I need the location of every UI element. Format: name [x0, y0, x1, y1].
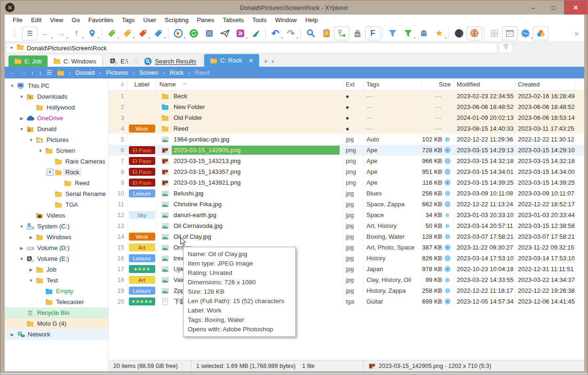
layout-grid-button[interactable]	[486, 26, 502, 40]
package-button[interactable]	[201, 26, 217, 40]
tag-red-button[interactable]: ▾	[135, 26, 151, 40]
expander-chevron-right-icon[interactable]: ▶	[18, 116, 25, 121]
name-cell[interactable]: Beck	[157, 91, 343, 102]
redo-dropdown-caret[interactable]: ▾	[296, 36, 298, 39]
file-row-3[interactable]: 3Old Folder◆------2024-01-09 20:02:13202…	[109, 112, 584, 123]
undo-dropdown-caret[interactable]: ▾	[281, 36, 283, 39]
file-row-9[interactable]: 9El Paso2023-03-15_143921.pngpngApe1,116…	[109, 177, 584, 188]
crumb-forward-icon[interactable]: →	[20, 69, 26, 76]
tab-e-job[interactable]: E: Job	[8, 55, 48, 67]
filter-green-button[interactable]: ▾	[400, 26, 416, 40]
tree-item-reed[interactable]: Reed	[5, 178, 108, 188]
menu-window[interactable]: Window	[271, 16, 301, 24]
location-pin-dropdown-caret[interactable]: ▾	[97, 36, 99, 39]
new-tab-button[interactable]: +	[259, 57, 272, 67]
tab-list-caret[interactable]: ▾	[271, 59, 274, 67]
crumb-segment-screen[interactable]: Screen	[139, 69, 159, 76]
expander-chevron-right-icon[interactable]: ▶	[27, 267, 35, 272]
badge-button[interactable]: ▾	[517, 26, 533, 40]
main-menu-button[interactable]: ☰	[22, 26, 38, 40]
name-cell[interactable]: Oil Cernavoda.jpg	[157, 220, 343, 231]
menu-favorites[interactable]: Favorites	[84, 16, 118, 24]
name-cell[interactable]: Reed	[157, 123, 343, 134]
crumb-up-icon[interactable]: ↑	[31, 69, 34, 76]
tree-item-empty[interactable]: Empty	[5, 286, 108, 297]
name-cell[interactable]: Christine Frka.jpg	[157, 199, 343, 210]
forward-dropdown-caret[interactable]: ▾	[66, 36, 68, 39]
tab-search-results[interactable]: Search Results	[138, 55, 202, 67]
color-circles-button[interactable]	[533, 26, 548, 40]
expander-chevron-down-icon[interactable]: ▼	[18, 94, 25, 99]
tree-item-job[interactable]: ▶Job	[5, 264, 108, 275]
redo-button[interactable]: ↷▾	[283, 26, 299, 40]
crumb-back-icon[interactable]: ←	[9, 69, 16, 76]
name-cell[interactable]: 2023-03-15_143357.png	[157, 166, 343, 177]
filter-green-dropdown-caret[interactable]: ▾	[413, 36, 415, 39]
sync-button[interactable]	[186, 26, 201, 40]
tree-view-button[interactable]	[334, 26, 350, 40]
tab-close-icon[interactable]: ✕	[249, 57, 254, 64]
tag-red-dropdown-caret[interactable]: ▾	[148, 36, 150, 39]
undo-button[interactable]: ↶▾	[268, 26, 283, 40]
filter-box[interactable]	[499, 43, 512, 53]
back-button[interactable]: ←▾	[38, 26, 53, 40]
tag-blue-button[interactable]: ▾	[151, 26, 166, 40]
file-row-11[interactable]: 11Christine Frka.jpgjpgSpace, Zappa662 K…	[109, 199, 584, 210]
toolbar-overflow-chevron[interactable]: »	[575, 29, 582, 37]
file-row-5[interactable]: 51964-pontiac-gto.jpgjpgAuto102 KB2022-1…	[109, 134, 584, 145]
crumb-segment-ghost[interactable]: Reed	[195, 69, 209, 76]
name-cell[interactable]: 2023-03-15_143213.png	[157, 156, 343, 166]
tree-item-moto-g-4-[interactable]: Moto G (4)	[5, 318, 108, 329]
tree-item-donald[interactable]: ▼Donald	[5, 124, 108, 134]
expander-chevron-down-icon[interactable]: ▼	[27, 278, 35, 283]
menu-help[interactable]: Help	[301, 16, 322, 24]
up-button[interactable]: ↑▾	[69, 26, 84, 40]
grip-button[interactable]	[7, 26, 22, 40]
expander-chevron-down-icon[interactable]: ▼	[37, 148, 44, 153]
file-row-4[interactable]: 4WorkReed◆------2023-08-15 14:40:332023-…	[109, 123, 584, 134]
refresh-button[interactable]: ▾	[170, 26, 186, 40]
menu-panes[interactable]: Panes	[193, 16, 219, 24]
basketball-button[interactable]	[467, 26, 482, 40]
tree-item-downloads[interactable]: ▼Downloads	[5, 91, 108, 102]
name-cell[interactable]: 1964-pontiac-gto.jpg	[157, 134, 343, 145]
name-cell[interactable]: 2023-03-15_143921.png	[157, 177, 343, 188]
tree-item-pictures[interactable]: ▼Pictures	[5, 134, 108, 145]
tree-item-hollywood[interactable]: Hollywood	[5, 102, 108, 113]
details-view-button[interactable]	[502, 26, 517, 40]
tree-item-onedrive[interactable]: ▶OneDrive	[5, 113, 108, 124]
menu-user[interactable]: User	[139, 16, 160, 24]
crumb-folder-icon[interactable]	[57, 70, 64, 76]
menu-tabsets[interactable]: Tabsets	[219, 16, 248, 24]
tree-item-volume-d-[interactable]: ▶Volume (D:)	[5, 242, 108, 253]
tree-item-serial-rename[interactable]: Serial Rename	[5, 188, 108, 199]
tree-item-this-pc[interactable]: ▼This PC	[5, 80, 108, 91]
menu-view[interactable]: View	[46, 16, 67, 24]
dark-mode-button[interactable]	[451, 26, 467, 40]
compass-button[interactable]	[248, 26, 263, 40]
column-header-name[interactable]: Name^	[157, 78, 343, 90]
maximize-button[interactable]: □	[543, 0, 564, 15]
tag-yellow-dropdown-caret[interactable]: ▾	[133, 36, 135, 39]
expander-chevron-right-icon[interactable]: ▶	[18, 246, 25, 250]
menu-edit[interactable]: Edit	[27, 16, 46, 24]
menu-go[interactable]: Go	[67, 16, 84, 24]
name-cell[interactable]: 2023-03-15_142905.png	[157, 145, 343, 156]
tree-item-windows[interactable]: ▶Windows	[5, 232, 108, 242]
search-button[interactable]	[303, 26, 318, 40]
address-bar[interactable]: ▼ Donald\Pictures\Screen\Rock	[6, 43, 497, 53]
expander-chevron-right-icon[interactable]: ▶	[8, 332, 16, 337]
file-row-7[interactable]: 7El Paso2023-03-15_143213.pngpngApe966 K…	[109, 156, 584, 166]
tab-c-windows[interactable]: C: Windows	[48, 55, 102, 67]
tag-green-dropdown-caret[interactable]: ▾	[117, 36, 119, 39]
column-header-label[interactable]: Label	[127, 78, 157, 90]
expander-chevron-down-icon[interactable]: ▼	[18, 127, 25, 132]
tree-item-recycle-bin[interactable]: Recycle Bin	[5, 307, 108, 318]
forward-button[interactable]: →▾	[53, 26, 69, 40]
up-dropdown-caret[interactable]: ▾	[82, 36, 84, 39]
tag-blue-dropdown-caret[interactable]: ▾	[164, 36, 166, 39]
expander-chevron-boxed-icon[interactable]: ▼	[46, 169, 54, 176]
badge-dropdown-caret[interactable]: ▾	[531, 36, 532, 39]
menu-tags[interactable]: Tags	[118, 16, 139, 24]
crumb-segment-donald[interactable]: Donald	[75, 69, 95, 76]
